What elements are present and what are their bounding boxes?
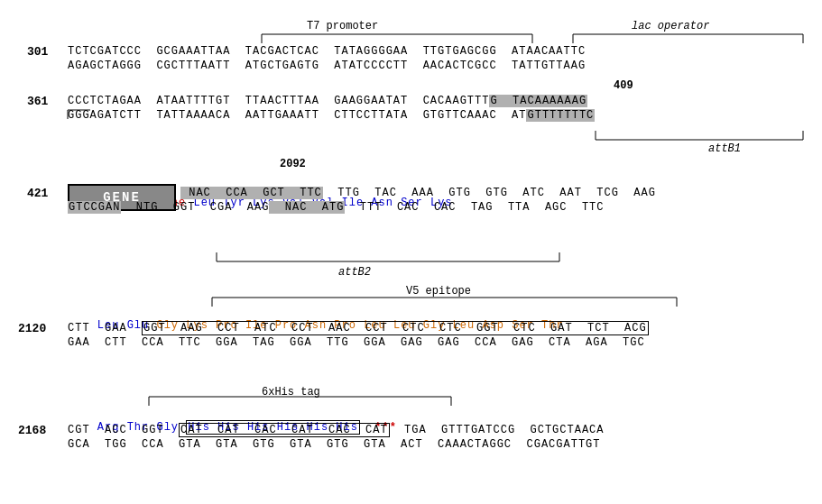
- pos-2092-label: 2092: [280, 158, 306, 170]
- attb1-label: attB1: [708, 142, 741, 155]
- seq-361-bot: GGGAGATCTT TATTAAAACA AATTGAAATT CTTCCTT…: [68, 109, 595, 122]
- seq-421-top: NAC CCA GCT TTC TTG TAC AAA GTG GTG ATC …: [180, 187, 656, 199]
- pos-2120: 2120: [18, 322, 46, 335]
- seq-2120-top: CTT GAA GGT AAG CCT ATC CCT AAC CCT CTC …: [68, 322, 649, 334]
- pos-421: 421: [27, 187, 48, 200]
- lac-operator-label: lac operator: [632, 20, 709, 32]
- his-tag-label: 6xHis tag: [262, 386, 320, 399]
- seq-301-bot: AGAGCTAGGG CGCTTTAATT ATGCTGAGTG ATATCCC…: [68, 60, 586, 72]
- pos-409-label: 409: [614, 79, 633, 92]
- v5-epitope-label: V5 epitope: [406, 285, 471, 298]
- pos-361: 361: [27, 95, 48, 108]
- seq-2168-top: CGT ACC GGT CAT CAT CAC CAT CAC CAT TGA …: [68, 424, 605, 436]
- seq-421-bot: GTCCGAN NTG GGT CGA AAG NAC ATG TTT CAC …: [68, 201, 605, 214]
- seq-2168-bot: GCA TGG CCA GTA GTA GTG GTA GTG GTA ACT …: [68, 438, 600, 451]
- seq-361-top: CCCTCTAGAA ATAATTTTGT TTAACTTTAA GAAGGAA…: [68, 95, 587, 107]
- seq-301-top: TCTCGATCCC GCGAAATTAA TACGACTCAC TATAGGG…: [68, 45, 586, 58]
- t7-promoter-label: T7 promoter: [307, 20, 378, 32]
- seq-2120-bot: GAA CTT CCA TTC GGA TAG GGA TTG GGA GAG …: [68, 336, 645, 349]
- pos-301: 301: [27, 45, 48, 59]
- pos-2168: 2168: [18, 424, 46, 437]
- attb2-label: attB2: [338, 266, 371, 279]
- diagram-container: T7 promoter lac operator 301 TCTCGATCCC …: [0, 0, 822, 504]
